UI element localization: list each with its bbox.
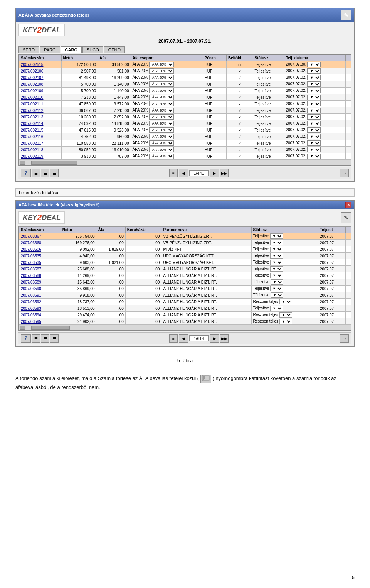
table2-row[interactable]: 2007/03535 4 940,00 ,00 ,00 UPC MAGYAROR… xyxy=(19,253,351,259)
cell-belfold[interactable]: ✓ xyxy=(226,107,253,114)
table1-row[interactable]: 2007/002112 36 067,00 7 213,00 ÁFA 20% Á… xyxy=(19,107,351,114)
table1-row[interactable]: 2007/002111 47 859,00 9 572,00 ÁFA 20% Á… xyxy=(19,101,351,107)
hscroll-2[interactable] xyxy=(19,325,351,330)
datum-dropdown[interactable]: ▼ xyxy=(307,134,321,139)
datum-dropdown[interactable]: ▼ xyxy=(307,88,321,93)
statusz-dropdown[interactable]: ▼ xyxy=(279,299,292,304)
datum-dropdown[interactable]: ▼ xyxy=(307,147,321,152)
nav-end-2[interactable]: ▶▶ xyxy=(220,334,229,343)
hscroll-thumb-2[interactable] xyxy=(31,326,70,330)
nav-next-1[interactable]: ▶ xyxy=(210,169,219,177)
afacsop-dropdown[interactable]: ÁFA 20% xyxy=(149,88,174,93)
cell-belfold[interactable]: ✓ xyxy=(226,88,253,94)
table2-row[interactable]: 2007/03591 9 918,00 ,00 ,00 ALLIANZ HUNG… xyxy=(19,292,351,299)
afacsop-dropdown[interactable]: ÁFA 20% xyxy=(149,62,174,67)
datum-dropdown[interactable]: ▼ xyxy=(307,68,321,74)
statusz-dropdown[interactable]: ▼ xyxy=(279,312,292,318)
datum-dropdown[interactable]: ▼ xyxy=(307,114,321,120)
afacsop-dropdown[interactable]: ÁFA 20% xyxy=(149,114,174,120)
table2-row[interactable]: 2007/03595 21 902,00 ,00 ,00 ALLIANZ HUN… xyxy=(19,318,351,325)
list-btn-1b[interactable]: ☰ xyxy=(41,169,49,177)
statusz-dropdown[interactable]: ▼ xyxy=(270,247,283,252)
datum-dropdown[interactable]: ▼ xyxy=(307,154,321,159)
table1-row[interactable]: 2007/002117 110 553,00 22 111,00 ÁFA 20%… xyxy=(19,140,351,147)
afacsop-dropdown[interactable]: ÁFA 20% xyxy=(149,68,174,74)
cell-belfold[interactable]: ✓ xyxy=(226,140,253,147)
tab-geno[interactable]: GENO xyxy=(104,46,125,53)
help-btn-1[interactable]: ? xyxy=(21,169,31,177)
table1-row[interactable]: 2007/002118 80 052,00 16 010,00 ÁFA 20% … xyxy=(19,147,351,153)
afacsop-dropdown[interactable]: ÁFA 20% xyxy=(149,95,174,100)
cell-belfold[interactable]: ✓ xyxy=(226,68,253,74)
afacsop-dropdown[interactable]: ÁFA 20% xyxy=(149,75,174,80)
table2-row[interactable]: 2007/03593 13 513,00 ,00 ,00 ALLIANZ HUN… xyxy=(19,305,351,312)
afacsop-dropdown[interactable]: ÁFA 20% xyxy=(149,101,174,106)
table2-row[interactable]: 2007/03587 25 688,00 ,00 ,00 ALLIANZ HUN… xyxy=(19,266,351,272)
datum-dropdown[interactable]: ▼ xyxy=(307,95,321,100)
datum-dropdown[interactable]: ▼ xyxy=(307,75,321,80)
datum-dropdown[interactable]: ▼ xyxy=(307,101,321,106)
table2-row[interactable]: 2007/03590 35 869,00 ,00 ,00 ALLIANZ HUN… xyxy=(19,286,351,292)
list-btn-1c[interactable]: ☰ xyxy=(50,169,59,177)
cell-belfold[interactable]: ✓ xyxy=(226,74,253,81)
table2-row[interactable]: 2007/03588 11 269,00 ,00 ,00 ALLIANZ HUN… xyxy=(19,272,351,279)
statusz-dropdown[interactable]: ▼ xyxy=(271,292,283,298)
table1-row[interactable]: 2007/002114 74 092,00 14 818,00 ÁFA 20% … xyxy=(19,120,351,127)
statusz-dropdown[interactable]: ▼ xyxy=(270,240,283,245)
table1-row[interactable]: 2007/002119 3 933,00 787,00 ÁFA 20% ÁFA … xyxy=(19,153,351,160)
table1-row[interactable]: 2007/002515 172 508,00 34 502,00 ÁFA 20%… xyxy=(19,61,351,68)
afacsop-dropdown[interactable]: ÁFA 20% xyxy=(149,134,174,139)
statusz-dropdown[interactable]: ▼ xyxy=(270,286,283,291)
afacsop-dropdown[interactable]: ÁFA 20% xyxy=(149,108,174,113)
table1-row[interactable]: 2007/002115 47 615,00 9 523,00 ÁFA 20% Á… xyxy=(19,127,351,133)
cell-belfold[interactable]: ✓ xyxy=(226,153,253,160)
tab-paro[interactable]: PARO xyxy=(40,46,60,53)
panel1-edit-icon[interactable]: ✎ xyxy=(341,10,352,20)
table2-row[interactable]: 2007/03506 9 092,00 1 819,00 ,00 MIVÍZ K… xyxy=(19,246,351,253)
table2-row[interactable]: 2007/03368 169 276,00 ,00 ,00 VB PÉNZÜGY… xyxy=(19,240,351,246)
statusz-dropdown[interactable]: ▼ xyxy=(270,266,283,272)
statusz-dropdown[interactable]: ▼ xyxy=(270,306,283,311)
datum-dropdown[interactable]: ▼ xyxy=(307,81,321,87)
cell-belfold[interactable]: ✓ xyxy=(226,120,253,127)
statusz-dropdown[interactable]: ▼ xyxy=(270,260,283,265)
cell-belfold[interactable]: ✓ xyxy=(226,114,253,120)
datum-dropdown[interactable]: ▼ xyxy=(307,140,321,146)
datum-dropdown[interactable]: ▼ xyxy=(307,127,321,133)
panel2-close-btn[interactable]: ✕ xyxy=(345,202,352,208)
cell-belfold[interactable]: ✓ xyxy=(226,94,253,101)
afacsop-dropdown[interactable]: ÁFA 20% xyxy=(149,127,174,133)
tab-sero[interactable]: SERO xyxy=(18,46,39,53)
cell-belfold[interactable]: ✓ xyxy=(226,147,253,153)
table1-row[interactable]: 2007/002110 7 233,00 1 447,00 ÁFA 20% ÁF… xyxy=(19,94,351,101)
tab-caro[interactable]: CARO xyxy=(61,46,82,53)
hscroll-left-btn-2[interactable] xyxy=(20,326,25,330)
nav-prev-2[interactable]: ◀ xyxy=(179,334,188,343)
list-btn-2a[interactable]: ☰ xyxy=(32,334,40,343)
tab-shco[interactable]: SHCO xyxy=(82,46,103,53)
cell-belfold[interactable]: ✓ xyxy=(226,127,253,133)
statusz-dropdown[interactable]: ▼ xyxy=(270,233,283,239)
nav-next-2[interactable]: ▶ xyxy=(210,334,219,343)
datum-dropdown[interactable]: ▼ xyxy=(307,62,321,67)
afacsop-dropdown[interactable]: ÁFA 20% xyxy=(149,154,174,159)
afacsop-dropdown[interactable]: ÁFA 20% xyxy=(149,147,174,152)
statusz-dropdown[interactable]: ▼ xyxy=(271,279,283,285)
nav-align-1[interactable]: ≡ xyxy=(169,169,178,177)
statusz-dropdown[interactable]: ▼ xyxy=(279,319,292,324)
table2-row[interactable]: 2007/03589 15 643,00 ,00 ,00 ALLIANZ HUN… xyxy=(19,279,351,286)
panel2-edit-icon[interactable]: ✎ xyxy=(341,212,352,223)
help-btn-2[interactable]: ? xyxy=(21,334,31,343)
list-btn-2c[interactable]: ☰ xyxy=(50,334,59,343)
afacsop-dropdown[interactable]: ÁFA 20% xyxy=(149,81,174,87)
afacsop-dropdown[interactable]: ÁFA 20% xyxy=(149,140,174,146)
table2-row[interactable]: 2007/03592 18 737,00 ,00 ,00 ALLIANZ HUN… xyxy=(19,299,351,305)
nav-export-2[interactable]: ⇨ xyxy=(340,334,349,343)
hscroll-1[interactable] xyxy=(19,160,351,165)
nav-prev-1[interactable]: ◀ xyxy=(179,169,188,177)
table1-row[interactable]: 2007/002113 10 260,00 2 052,00 ÁFA 20% Á… xyxy=(19,114,351,120)
nav-export-1[interactable]: ⇨ xyxy=(340,169,349,177)
table1-row[interactable]: 2007/002106 2 907,00 581,00 ÁFA 20% ÁFA … xyxy=(19,68,351,74)
table1-row[interactable]: 2007/002108 5 700,00 1 140,00 ÁFA 20% ÁF… xyxy=(19,81,351,88)
hscroll-left-btn[interactable] xyxy=(20,161,25,165)
